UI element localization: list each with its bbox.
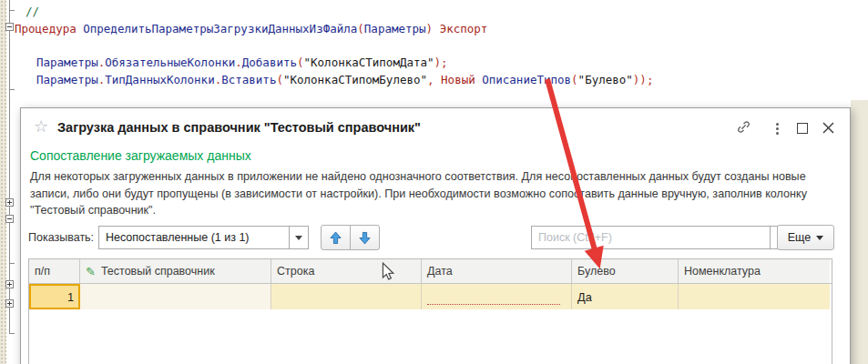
mapping-description: Для некоторых загруженных данных в прило… [30, 168, 844, 219]
cell-string[interactable] [271, 284, 422, 309]
column-header-label: Строка [277, 265, 314, 278]
chevron-down-icon [295, 236, 302, 240]
code-token: ОписаниеТипов [482, 73, 571, 86]
column-header-label: Булево [577, 265, 616, 278]
column-header-num[interactable]: п/п [29, 259, 80, 283]
search-input[interactable] [531, 226, 770, 249]
code-token: ( [297, 56, 304, 69]
move-down-button[interactable] [350, 225, 380, 250]
fold-tick [10, 89, 15, 90]
code-token: Параметры [36, 73, 98, 86]
data-load-dialog: ☆ Загрузка данных в справочник "Тестовый… [20, 107, 851, 364]
code-token: , [427, 73, 441, 86]
section-title: Сопоставление загружаемых данных [30, 148, 251, 163]
code-token: Добавить [242, 56, 297, 69]
fold-tick [10, 263, 15, 264]
up-arrow-icon [330, 231, 342, 245]
code-token: ОбязательныеКолонки [105, 56, 235, 69]
screenshot-root: // Процедура ОпределитьПараметрыЗагрузки… [0, 0, 868, 364]
down-arrow-icon [359, 231, 371, 245]
column-header-catalog[interactable]: ✎Тестовый справочник [80, 259, 271, 283]
code-token: Новый [441, 73, 482, 86]
more-menu-icon[interactable] [774, 121, 781, 136]
column-header-label: Тестовый справочник [101, 265, 215, 278]
copy-link-icon[interactable] [736, 119, 751, 138]
column-header-nomenclature[interactable]: Номенклатура [679, 259, 830, 283]
column-header-date[interactable]: Дата [422, 259, 572, 283]
more-actions-button[interactable]: Еще [777, 225, 834, 250]
collapse-marker-icon[interactable] [5, 23, 14, 31]
move-up-button[interactable] [321, 225, 351, 250]
code-line-comment: // [26, 4, 39, 19]
code-token: ); [434, 56, 448, 69]
code-token: ) [426, 22, 440, 35]
code-token: Экспорт [440, 22, 488, 35]
code-token: ТипДанныхКолонки [105, 73, 214, 86]
filter-dropdown-value: Несопоставленные (1 из 1) [99, 231, 289, 244]
code-token: Процедура [15, 22, 83, 35]
fold-guide-corner [9, 333, 15, 334]
code-token: Параметры [36, 56, 98, 69]
expand-marker-icon[interactable] [5, 280, 14, 288]
code-token: "КолонкаСТипомДата" [304, 56, 434, 69]
code-token: "Булево" [578, 73, 633, 86]
app-background [851, 100, 868, 364]
code-line-insert-type: Параметры.ТипДанныхКолонки.Вставить("Кол… [36, 72, 653, 87]
expand-marker-icon[interactable] [5, 299, 14, 308]
code-token: ОпределитьПараметрыЗагрузкиДанныхИзФайла [83, 22, 357, 35]
code-token: . [235, 56, 242, 69]
code-token: // [26, 5, 39, 18]
maximize-icon[interactable] [797, 123, 808, 134]
code-token: ( [357, 22, 364, 35]
code-line-add-column: Параметры.ОбязательныеКолонки.Добавить("… [36, 55, 448, 70]
favorite-star-icon[interactable]: ☆ [34, 116, 48, 136]
empty-date-underline [427, 304, 560, 305]
column-header-label: Дата [427, 265, 453, 278]
code-token: )); [633, 73, 654, 86]
table-row: 1 Да [29, 284, 832, 309]
filter-dropdown[interactable]: Несопоставленные (1 из 1) [98, 226, 309, 249]
expand-marker-icon[interactable] [5, 198, 14, 207]
code-token: ( [276, 73, 283, 86]
cell-nomenclature[interactable] [679, 284, 830, 309]
pencil-icon: ✎ [86, 265, 96, 278]
mapping-table: п/п ✎Тестовый справочник Строка Дата Бул… [28, 258, 832, 364]
code-line-procedure: Процедура ОпределитьПараметрыЗагрузкиДан… [15, 21, 487, 36]
chevron-down-icon [816, 236, 823, 240]
column-header-string[interactable]: Строка [271, 259, 422, 283]
cell-row-number[interactable]: 1 [29, 284, 80, 309]
column-header-label: п/п [35, 265, 50, 278]
dialog-title: Загрузка данных в справочник "Тестовый с… [57, 120, 421, 135]
column-header-label: Номенклатура [684, 265, 761, 278]
show-filter-label: Показывать: [28, 231, 94, 244]
code-token: ( [571, 73, 578, 86]
fold-tick [10, 10, 15, 11]
column-header-boolean[interactable]: Булево [572, 259, 679, 283]
collapse-marker-icon[interactable] [5, 215, 14, 223]
cell-date[interactable] [422, 284, 572, 309]
cell-boolean[interactable]: Да [572, 284, 679, 309]
table-header-row: п/п ✎Тестовый справочник Строка Дата Бул… [29, 259, 832, 284]
code-token: "КолонкаСТипомБулево" [283, 73, 427, 86]
filter-dropdown-arrow[interactable] [289, 227, 308, 248]
close-icon[interactable] [822, 121, 834, 137]
more-actions-label: Еще [788, 231, 811, 244]
editor-bookmark-margin [0, 0, 6, 364]
code-token: Параметры [364, 22, 426, 35]
code-token: Вставить [221, 73, 276, 86]
cell-catalog[interactable] [80, 284, 271, 309]
